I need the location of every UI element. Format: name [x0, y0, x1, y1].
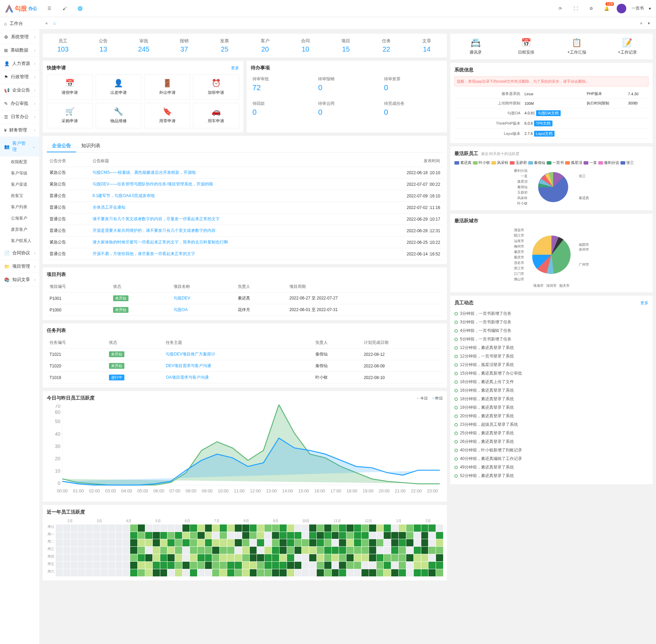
apply-item[interactable]: 👤出差申请 — [96, 74, 142, 100]
quick-item[interactable]: 📝+工作记录 — [602, 34, 653, 59]
heat-cell[interactable] — [302, 554, 309, 561]
stat-item[interactable]: 文章14 — [407, 34, 447, 57]
heat-cell[interactable] — [160, 562, 167, 569]
heat-cell[interactable] — [160, 547, 167, 554]
doc-link[interactable]: TP6文档 — [534, 121, 552, 126]
heat-cell[interactable] — [287, 547, 294, 554]
heat-cell[interactable] — [56, 524, 63, 532]
heat-cell[interactable] — [71, 569, 78, 576]
chevron-down-icon[interactable]: ▾ — [649, 6, 651, 11]
heat-cell[interactable] — [182, 524, 190, 532]
heat-cell[interactable] — [324, 524, 331, 532]
heat-cell[interactable] — [190, 562, 197, 569]
heat-cell[interactable] — [399, 524, 406, 532]
heat-cell[interactable] — [182, 532, 190, 539]
heat-cell[interactable] — [332, 547, 339, 554]
heat-cell[interactable] — [250, 524, 257, 532]
heat-cell[interactable] — [130, 539, 137, 546]
heat-cell[interactable] — [242, 532, 249, 539]
brush-icon[interactable]: 🖌 — [59, 3, 70, 14]
heat-cell[interactable] — [346, 554, 354, 561]
heat-cell[interactable] — [175, 562, 182, 569]
heat-cell[interactable] — [235, 562, 242, 569]
heat-cell[interactable] — [272, 547, 279, 554]
heat-cell[interactable] — [138, 562, 145, 569]
sidebar-item[interactable]: ⊞基础数据› — [0, 44, 39, 57]
legend-item[interactable]: 一直 — [584, 160, 597, 165]
legend-item[interactable]: 风采铃 — [491, 160, 508, 165]
heat-cell[interactable] — [227, 562, 234, 569]
heat-cell[interactable] — [167, 562, 175, 569]
heat-cell[interactable] — [257, 532, 264, 539]
heat-cell[interactable] — [108, 562, 115, 569]
heat-cell[interactable] — [377, 562, 384, 569]
heat-cell[interactable] — [175, 554, 182, 561]
heat-cell[interactable] — [63, 554, 70, 561]
heat-cell[interactable] — [279, 562, 287, 569]
heat-cell[interactable] — [324, 562, 331, 569]
heat-cell[interactable] — [212, 562, 219, 569]
heat-cell[interactable] — [384, 569, 391, 576]
todo-item[interactable]: 待审报销0 — [316, 74, 377, 94]
heat-cell[interactable] — [279, 547, 287, 554]
heat-cell[interactable] — [324, 554, 331, 561]
tab-prev-icon[interactable]: « — [43, 21, 51, 26]
heat-cell[interactable] — [100, 524, 108, 532]
heat-cell[interactable] — [71, 562, 78, 569]
announce-link[interactable]: 8.1建军节，勾股OA4.0完成发布啦 — [93, 193, 155, 198]
heat-cell[interactable] — [414, 524, 421, 532]
heat-cell[interactable] — [377, 554, 384, 561]
heat-cell[interactable] — [93, 569, 100, 576]
todo-item[interactable]: 待审发票0 — [382, 74, 443, 94]
heat-cell[interactable] — [100, 554, 108, 561]
heat-cell[interactable] — [436, 547, 443, 554]
heat-cell[interactable] — [346, 524, 354, 532]
heat-cell[interactable] — [399, 554, 406, 561]
heat-cell[interactable] — [354, 554, 361, 561]
heat-cell[interactable] — [250, 562, 257, 569]
sidebar-item[interactable]: ⚑行政管理› — [0, 70, 39, 84]
heat-cell[interactable] — [377, 547, 384, 554]
sidebar-item[interactable]: 👤人力资源› — [0, 57, 39, 70]
heat-cell[interactable] — [302, 524, 309, 532]
heat-cell[interactable] — [339, 539, 346, 546]
heat-cell[interactable] — [391, 554, 398, 561]
heat-cell[interactable] — [421, 547, 428, 554]
heat-cell[interactable] — [264, 539, 272, 546]
heat-cell[interactable] — [384, 524, 391, 532]
heat-cell[interactable] — [317, 524, 324, 532]
heat-cell[interactable] — [205, 569, 212, 576]
heat-cell[interactable] — [78, 547, 85, 554]
heat-cell[interactable] — [71, 554, 78, 561]
fullscreen-icon[interactable]: ⛶ — [571, 3, 581, 14]
heat-cell[interactable] — [384, 562, 391, 569]
heat-cell[interactable] — [242, 539, 249, 546]
heat-cell[interactable] — [197, 547, 205, 554]
heat-cell[interactable] — [339, 532, 346, 539]
heat-cell[interactable] — [63, 539, 70, 546]
heat-cell[interactable] — [257, 562, 264, 569]
heat-cell[interactable] — [287, 532, 294, 539]
heat-cell[interactable] — [220, 532, 227, 539]
heat-cell[interactable] — [295, 524, 302, 532]
todo-item[interactable]: 待回款0 — [251, 99, 312, 118]
heat-cell[interactable] — [153, 554, 160, 561]
heat-cell[interactable] — [399, 569, 406, 576]
heat-cell[interactable] — [190, 524, 197, 532]
heat-cell[interactable] — [227, 547, 234, 554]
heat-cell[interactable] — [391, 562, 398, 569]
heat-cell[interactable] — [369, 562, 376, 569]
heat-cell[interactable] — [153, 562, 160, 569]
heat-cell[interactable] — [242, 524, 249, 532]
heat-cell[interactable] — [93, 524, 100, 532]
heat-cell[interactable] — [197, 524, 205, 532]
heat-cell[interactable] — [190, 569, 197, 576]
heat-cell[interactable] — [250, 532, 257, 539]
refresh-icon[interactable]: ⟳ — [555, 3, 565, 14]
stat-item[interactable]: 项目15 — [326, 34, 366, 57]
heat-cell[interactable] — [235, 524, 242, 532]
heat-cell[interactable] — [212, 524, 219, 532]
heat-cell[interactable] — [212, 532, 219, 539]
heat-cell[interactable] — [369, 539, 376, 546]
heat-cell[interactable] — [123, 532, 130, 539]
